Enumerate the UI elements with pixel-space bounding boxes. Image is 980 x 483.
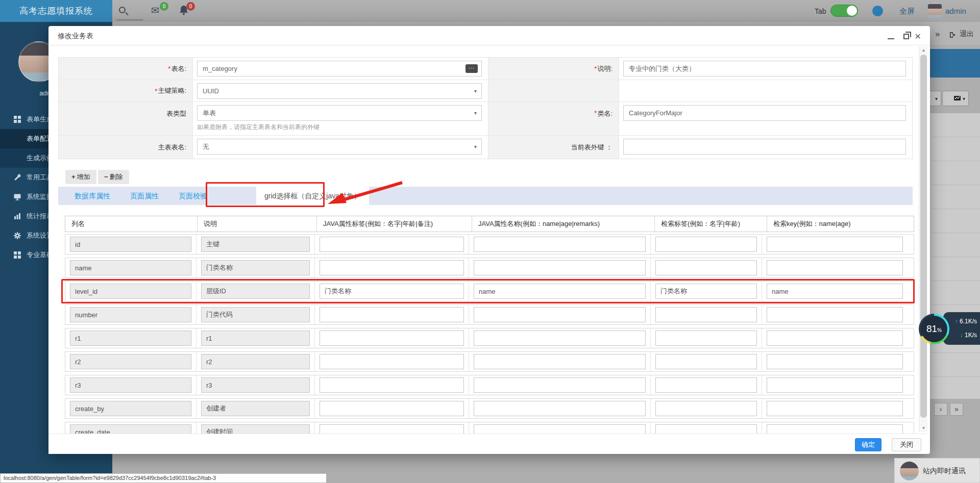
scroll-down-icon[interactable]: ▼ — [919, 426, 928, 430]
grid-cell-input[interactable] — [767, 354, 903, 369]
header-avatar[interactable] — [928, 4, 942, 18]
grid-readonly-input[interactable] — [70, 354, 191, 369]
im-panel[interactable]: 站内即时通讯 — [894, 458, 980, 483]
grid-cell — [315, 399, 469, 418]
grid-readonly-input[interactable] — [70, 331, 191, 346]
grid-cell-input[interactable] — [655, 307, 757, 322]
grid-cell-input[interactable] — [474, 377, 646, 393]
mail-icon[interactable]: ✉ — [151, 5, 159, 16]
grid-cell-input[interactable] — [474, 237, 646, 252]
header-username[interactable]: admin — [945, 7, 966, 15]
grid-readonly-input[interactable] — [70, 377, 191, 393]
grid-cell — [65, 235, 197, 254]
grid-cell-input[interactable] — [320, 331, 464, 346]
pagination-button[interactable]: » — [950, 403, 963, 416]
grid-readonly-input[interactable] — [201, 284, 310, 299]
grid-cell-input[interactable] — [767, 284, 903, 299]
grid-readonly-input[interactable] — [70, 401, 191, 416]
battery-gauge[interactable]: 81% — [919, 314, 949, 344]
grid-cell-input[interactable] — [767, 260, 903, 275]
scroll-up-icon[interactable]: ▲ — [919, 48, 928, 53]
grid-readonly-input[interactable] — [201, 307, 310, 322]
grid-cell-input[interactable] — [655, 237, 757, 252]
grid-cell-input[interactable] — [320, 237, 464, 252]
table-type-select[interactable]: 单表▾ — [197, 105, 482, 121]
grid-cell-input[interactable] — [655, 260, 757, 275]
grid-readonly-input[interactable] — [201, 237, 310, 252]
grid-cell-input[interactable] — [474, 401, 646, 416]
grid-cell-input[interactable] — [474, 354, 646, 369]
grid-cell-input[interactable] — [655, 354, 757, 369]
covered-panel-header — [930, 49, 980, 78]
logout-link[interactable]: 退出 — [960, 30, 974, 39]
pagination-button[interactable]: › — [934, 403, 947, 416]
im-avatar — [900, 462, 919, 480]
covered-export-button[interactable]: ▾ — [942, 91, 969, 106]
grid-cell-input[interactable] — [474, 331, 646, 346]
grid-cell — [762, 375, 908, 395]
minimize-icon[interactable] — [888, 38, 894, 39]
grid-cell-input[interactable] — [655, 401, 757, 416]
pk-strategy-select[interactable]: UUID▾ — [197, 83, 482, 99]
grid-cell-input[interactable] — [320, 284, 464, 299]
tab-4[interactable]: grid选择框（自定义java对象） — [256, 187, 369, 205]
grid-readonly-input[interactable] — [70, 284, 191, 299]
fk-input[interactable] — [623, 139, 906, 155]
desc-input[interactable] — [623, 61, 906, 77]
grid-cell-input[interactable] — [767, 237, 903, 252]
theme-dot-icon[interactable] — [872, 6, 883, 16]
grid-cell-input[interactable] — [320, 260, 464, 275]
grid-cell-input[interactable] — [320, 401, 464, 416]
pk-strategy-cell: UUID▾ — [193, 80, 488, 101]
grid-readonly-input[interactable] — [201, 377, 310, 393]
search-icon[interactable] — [119, 7, 126, 13]
grid-cell-input[interactable] — [767, 377, 903, 393]
download-speed: 1K/s — [965, 332, 977, 339]
add-button[interactable]: +增加 — [65, 170, 96, 184]
tab-3[interactable]: 页面校验 — [170, 187, 215, 205]
collapse-chevrons-icon[interactable]: » — [935, 29, 939, 39]
gear-icon — [14, 232, 21, 240]
grid-readonly-input[interactable] — [201, 401, 310, 416]
grid-cell-input[interactable] — [474, 307, 646, 322]
modal-scrollbar[interactable]: ▲ ▼ — [919, 46, 927, 432]
close-icon[interactable]: × — [915, 30, 921, 42]
fullscreen-link[interactable]: 全屏 — [899, 7, 915, 16]
grid-readonly-input[interactable] — [70, 237, 191, 252]
grid-readonly-input[interactable] — [201, 260, 310, 275]
tab-2[interactable]: 页面属性 — [122, 187, 167, 205]
grid-cell-input[interactable] — [474, 260, 646, 275]
ok-button[interactable]: 确定 — [855, 438, 881, 451]
table-name-input[interactable] — [197, 61, 482, 77]
restore-icon[interactable] — [903, 34, 909, 39]
grid-cell-input[interactable] — [320, 307, 464, 322]
caret-down-icon: ▾ — [474, 139, 477, 154]
parent-table-select[interactable]: 无▾ — [197, 139, 482, 155]
class-name-input[interactable] — [623, 105, 906, 121]
grid-cell-input[interactable] — [767, 401, 903, 416]
grid-cell-input[interactable] — [655, 284, 757, 299]
grid-cell-input[interactable] — [655, 331, 757, 346]
grid-cell-input[interactable] — [767, 307, 903, 322]
grid-readonly-input[interactable] — [70, 307, 191, 322]
grid-readonly-input[interactable] — [201, 354, 310, 369]
grid-cell-input[interactable] — [320, 354, 464, 369]
tab-1[interactable]: 数据库属性 — [66, 187, 118, 205]
top-header: 高考志愿填报系统 ✉ 0 0 Tab 全屏 admin — [0, 0, 980, 22]
grid-readonly-input[interactable] — [201, 331, 310, 346]
tab-toggle-label: Tab — [815, 7, 826, 15]
close-button[interactable]: 关闭 — [892, 438, 921, 451]
grid-cell-input[interactable] — [474, 284, 646, 299]
grid-cell-input[interactable] — [320, 377, 464, 393]
grid-cell — [315, 235, 469, 254]
grid-cell-input[interactable] — [767, 331, 903, 346]
grid-cell — [762, 235, 908, 254]
grid-cell-input[interactable] — [655, 377, 757, 393]
grid-cell — [651, 328, 762, 348]
delete-button[interactable]: −删除 — [98, 170, 129, 184]
scrollbar-thumb[interactable] — [920, 55, 927, 418]
tab-toggle-switch[interactable] — [830, 5, 858, 17]
ime-icon[interactable]: ⋯ — [465, 64, 478, 73]
grid-readonly-input[interactable] — [70, 260, 191, 275]
modal-title: 修改业务表 — [58, 32, 93, 41]
